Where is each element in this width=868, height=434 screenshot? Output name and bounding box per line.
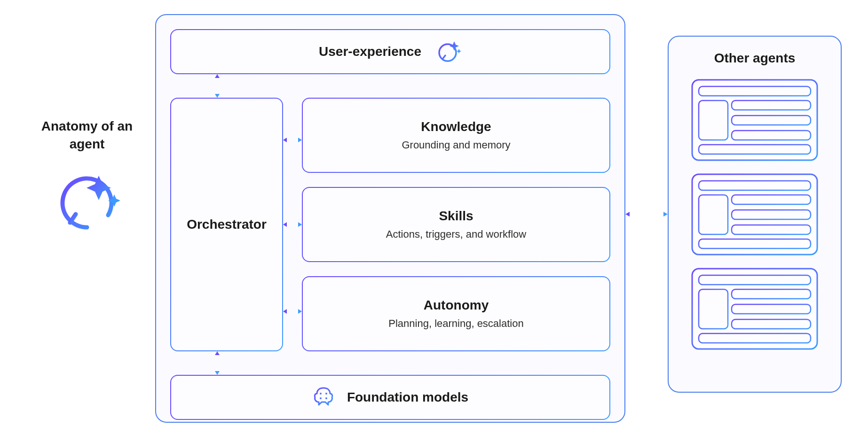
other-agents-panel: Other agents xyxy=(668,36,842,393)
autonomy-title: Autonomy xyxy=(424,298,489,313)
svg-point-10 xyxy=(325,397,327,399)
svg-rect-26 xyxy=(692,269,817,349)
skills-title: Skills xyxy=(439,209,473,224)
user-experience-box: User-experience xyxy=(170,29,610,74)
brain-icon xyxy=(312,385,335,410)
autonomy-subtitle: Planning, learning, escalation xyxy=(388,318,523,330)
agent-anatomy-container: User-experience xyxy=(155,14,625,423)
svg-rect-12 xyxy=(692,80,817,160)
skills-box: Skills Actions, triggers, and workflow xyxy=(302,187,610,262)
arrow-orch-knowledge xyxy=(283,135,302,145)
knowledge-title: Knowledge xyxy=(421,119,491,134)
sparkle-chat-icon xyxy=(54,167,120,233)
diagram-title: Anatomy of an agent xyxy=(33,117,141,153)
autonomy-box: Autonomy Planning, learning, escalation xyxy=(302,276,610,351)
svg-point-8 xyxy=(325,393,327,395)
svg-point-7 xyxy=(320,393,322,395)
foundation-label: Foundation models xyxy=(347,390,468,405)
skills-subtitle: Actions, triggers, and workflow xyxy=(386,228,526,240)
mini-agent-icon-1 xyxy=(691,79,818,161)
orchestrator-box: Orchestrator xyxy=(170,98,283,351)
arrow-orch-autonomy xyxy=(283,307,302,316)
svg-rect-19 xyxy=(692,174,817,255)
svg-point-9 xyxy=(320,397,322,399)
arrow-ux-orchestrator xyxy=(213,74,222,98)
diagram-title-block: Anatomy of an agent xyxy=(33,117,141,233)
knowledge-subtitle: Grounding and memory xyxy=(402,139,510,151)
user-experience-label: User-experience xyxy=(319,44,421,59)
mini-agent-icon-2 xyxy=(691,173,818,256)
knowledge-box: Knowledge Grounding and memory xyxy=(302,98,610,173)
arrow-agent-other-agents xyxy=(625,209,668,221)
arrow-orch-skills xyxy=(283,220,302,229)
orchestrator-label: Orchestrator xyxy=(187,217,267,232)
sparkle-chat-small-icon xyxy=(435,38,462,66)
mini-agent-icon-3 xyxy=(691,268,818,350)
foundation-models-box: Foundation models xyxy=(170,375,610,420)
other-agents-title: Other agents xyxy=(714,51,796,66)
arrow-orch-foundation xyxy=(213,351,222,375)
